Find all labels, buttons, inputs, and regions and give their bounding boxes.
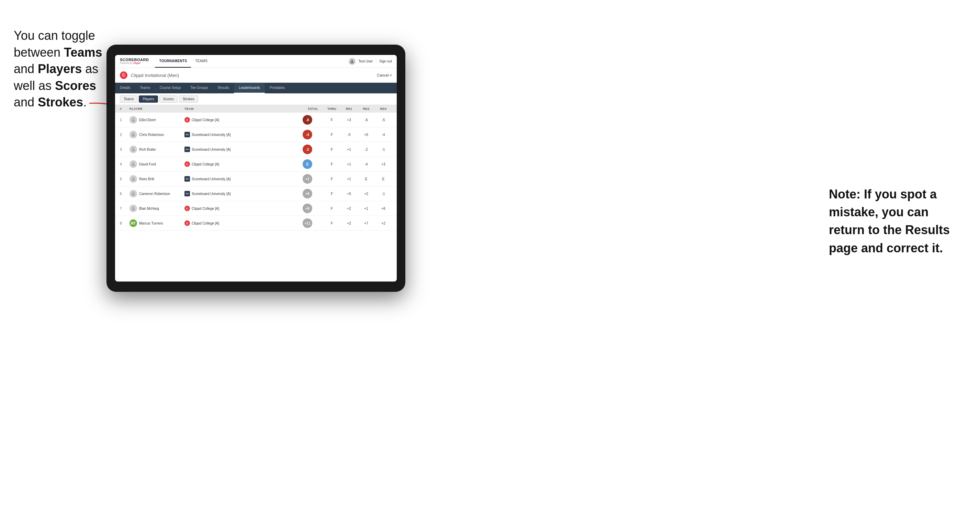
player-name: David Ford (139, 162, 156, 166)
rd2-cell: +5 (358, 133, 375, 137)
svg-point-3 (132, 133, 134, 135)
teams-bold: Teams (64, 45, 102, 59)
rank: 7 (120, 207, 129, 210)
tab-course-setup[interactable]: Course Setup (155, 83, 186, 94)
col-total: TOTAL (302, 107, 323, 111)
team-logo: C (185, 221, 190, 226)
navbar: SCOREBOARD Powered by clippd TOURNAMENTS… (115, 55, 397, 68)
svg-text:MT: MT (131, 221, 136, 225)
sub-tab-scores[interactable]: Scores (159, 95, 178, 103)
rank: 1 (120, 118, 129, 122)
rd1-cell: +1 (340, 177, 358, 181)
rd2-cell: +1 (358, 207, 375, 210)
team-logo: C (185, 117, 190, 122)
tab-results[interactable]: Results (213, 83, 234, 94)
sub-tab-strokes[interactable]: Strokes (179, 95, 198, 103)
team-cell: C Clippd College [A] (185, 161, 302, 167)
team-cell: SU Scoreboard University [A] (185, 132, 302, 137)
total-cell: +1 (302, 174, 323, 184)
table-row: 8 MT Marcus Turners C Clippd College [A]… (115, 216, 397, 231)
nav-links: TOURNAMENTS TEAMS (155, 55, 212, 68)
svg-point-7 (132, 192, 134, 194)
player-cell: Rees Britt (129, 175, 185, 183)
sub-tab-teams[interactable]: Teams (120, 95, 137, 103)
rd3-cell: E (375, 177, 392, 181)
nav-teams[interactable]: TEAMS (191, 55, 212, 68)
score-badge: E (302, 159, 312, 169)
total-cell: -4 (302, 130, 323, 140)
player-name: Cameron Robertson (139, 192, 170, 196)
team-cell: SU Scoreboard University [A] (185, 191, 302, 196)
cancel-button[interactable]: Cancel × (377, 73, 392, 77)
score-badge: +8 (302, 203, 312, 213)
col-rd1: RD1 (340, 107, 358, 111)
table-row: 1 Elliot Ebert C Clippd College [A] -8 F… (115, 113, 397, 127)
player-avatar (129, 116, 137, 124)
player-avatar (129, 190, 137, 197)
thru-cell: F (323, 162, 340, 166)
separator: | (376, 59, 377, 63)
rd1-cell: +2 (340, 221, 358, 225)
tab-details[interactable]: Details (115, 83, 135, 94)
nav-tournaments[interactable]: TOURNAMENTS (155, 55, 191, 68)
tab-printables[interactable]: Printables (265, 83, 290, 94)
col-thru: THRU (323, 107, 340, 111)
rd2-cell: -4 (358, 162, 375, 166)
note-label: Note: If you spot a mistake, you can ret… (829, 187, 950, 255)
thru-cell: F (323, 192, 340, 196)
player-avatar (129, 146, 137, 153)
rank: 8 (120, 221, 129, 225)
team-name: Clippd College [A] (192, 221, 219, 225)
team-cell: C Clippd College [A] (185, 117, 302, 122)
rd1-cell: +5 (340, 192, 358, 196)
total-cell: +6 (302, 189, 323, 198)
tablet-screen: SCOREBOARD Powered by clippd TOURNAMENTS… (115, 55, 397, 281)
annotation-line1: You can toggle (14, 29, 95, 43)
left-annotation: You can toggle between Teams and Players… (14, 27, 107, 111)
table-header: # PLAYER TEAM TOTAL THRU RD1 RD2 RD3 (115, 105, 397, 113)
sign-out-link[interactable]: Sign out (379, 59, 392, 63)
team-logo: SU (185, 147, 190, 152)
score-badge: -4 (302, 130, 312, 140)
tab-teams[interactable]: Teams (135, 83, 155, 94)
thru-cell: F (323, 177, 340, 181)
player-cell: Cameron Robertson (129, 190, 185, 197)
rd2-cell: -2 (358, 148, 375, 151)
team-name: Clippd College [A] (192, 207, 219, 210)
rd3-cell: +3 (375, 162, 392, 166)
table-row: 6 Cameron Robertson SU Scoreboard Univer… (115, 186, 397, 201)
table-row: 7 Blair McHarg C Clippd College [A] +8 F… (115, 201, 397, 216)
player-avatar (129, 205, 137, 212)
team-cell: C Clippd College [A] (185, 206, 302, 211)
rd3-cell: -4 (375, 133, 392, 137)
tournament-subtitle: (Men) (167, 73, 179, 78)
col-player: PLAYER (129, 107, 185, 111)
leaderboard-table: # PLAYER TEAM TOTAL THRU RD1 RD2 RD3 1 E… (115, 105, 397, 281)
tablet-frame: SCOREBOARD Powered by clippd TOURNAMENTS… (107, 44, 405, 292)
rd2-cell: E (358, 177, 375, 181)
svg-point-1 (352, 59, 353, 61)
rd3-cell: -5 (375, 118, 392, 122)
player-avatar: MT (129, 219, 137, 227)
rd3-cell: +6 (375, 207, 392, 210)
player-avatar (129, 175, 137, 183)
thru-cell: F (323, 133, 340, 137)
player-name: Marcus Turners (139, 221, 163, 225)
thru-cell: F (323, 221, 340, 225)
player-name: Rich Butler (139, 148, 156, 151)
svg-point-4 (132, 148, 134, 149)
team-cell: SU Scoreboard University [A] (185, 176, 302, 182)
total-cell: -8 (302, 115, 323, 125)
rank: 5 (120, 177, 129, 181)
table-row: 4 David Ford C Clippd College [A] E F +1… (115, 157, 397, 171)
tab-leaderboards[interactable]: Leaderboards (234, 83, 265, 94)
navbar-right: Test User | Sign out (348, 58, 392, 65)
tab-tee-groups[interactable]: Tee Groups (186, 83, 213, 94)
player-cell: Elliot Ebert (129, 116, 185, 124)
col-rank: # (120, 107, 129, 111)
score-badge: +11 (302, 218, 312, 228)
player-cell: Chris Robertson (129, 131, 185, 138)
sub-tab-players[interactable]: Players (139, 95, 158, 103)
player-cell: MT Marcus Turners (129, 219, 185, 227)
scores-bold: Scores (55, 79, 96, 93)
